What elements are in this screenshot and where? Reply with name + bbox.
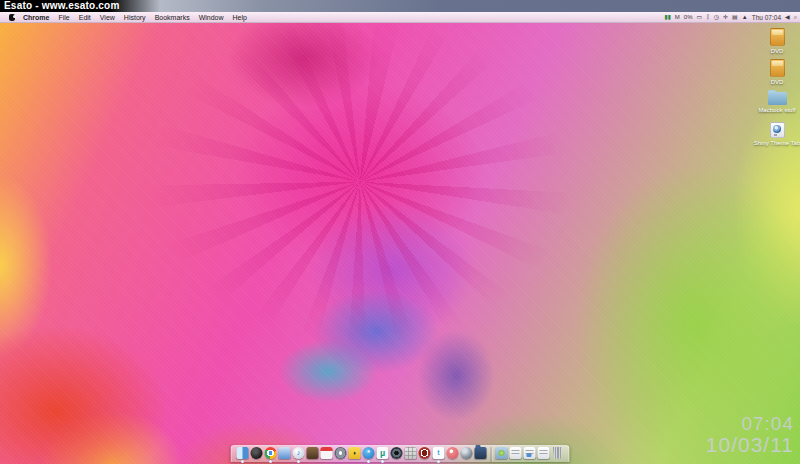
document-app-icon — [279, 447, 291, 459]
dashboard-icon — [251, 447, 263, 459]
desktop-icon-dvd-1[interactable]: DVD — [753, 28, 800, 55]
dock-icon-calculator[interactable] — [405, 447, 417, 462]
desktop-icon-label: DVD — [753, 48, 800, 55]
calendar-icon — [321, 447, 333, 459]
universal-access-icon[interactable]: ✛ — [723, 12, 728, 23]
dock-icon-calendar[interactable] — [321, 447, 333, 462]
trash-icon — [552, 447, 564, 459]
chrome-icon — [265, 447, 277, 459]
dock-icon-vuze[interactable]: * — [363, 447, 375, 462]
quicktime-icon — [335, 447, 347, 459]
running-indicator — [241, 460, 244, 463]
dock-stack-folder[interactable] — [496, 447, 508, 462]
battery-percent-label: 0% — [684, 12, 693, 23]
battery-icon[interactable]: ▭ — [697, 12, 703, 23]
dock-icon-applications-folder[interactable] — [475, 447, 487, 462]
globe-app-icon — [461, 447, 473, 459]
watermark-title: Esato - www.esato.com — [4, 0, 120, 11]
itunes-icon: ♪ — [293, 447, 305, 459]
dock: ♪ ◗ * µ t — [231, 445, 570, 462]
dock-icon-dashboard[interactable] — [251, 447, 263, 462]
disk-image-icon — [770, 122, 785, 138]
dock-stack-downloads[interactable] — [524, 447, 536, 462]
desktop-icon-disk-image[interactable]: Shiny Theme Tab — [753, 122, 800, 147]
dock-icon-textedit[interactable] — [279, 447, 291, 462]
dock-icon-globe[interactable] — [461, 447, 473, 462]
vuze-icon: * — [363, 447, 375, 459]
dock-icon-poker[interactable] — [419, 447, 431, 462]
dock-divider — [491, 447, 492, 462]
menu-edit[interactable]: Edit — [79, 14, 91, 21]
tie-dye-wallpaper — [0, 23, 800, 464]
dock-stack-documents[interactable] — [510, 447, 522, 462]
time-machine-icon[interactable]: ◷ — [714, 12, 719, 23]
running-indicator — [297, 460, 300, 463]
running-indicator — [367, 460, 370, 463]
wifi-icon[interactable]: ▲ — [742, 12, 748, 23]
menu-help[interactable]: Help — [233, 14, 247, 21]
volume-icon[interactable]: ◀ — [785, 12, 790, 23]
menubar-clock[interactable]: Thu 07:04 — [752, 14, 781, 21]
dock-icon-twitter[interactable]: t — [433, 447, 445, 462]
camera-lens-icon — [391, 447, 403, 459]
menu-bookmarks[interactable]: Bookmarks — [155, 14, 190, 21]
stack-folder-icon — [496, 447, 508, 459]
running-indicator — [381, 460, 384, 463]
dock-icon-camera-lens[interactable] — [391, 447, 403, 462]
desktop-icon-label: DVD — [753, 79, 800, 86]
dock-icon-trash[interactable] — [552, 447, 564, 462]
dock-icon-quicktime[interactable] — [335, 447, 347, 462]
watermark-bar: Esato - www.esato.com — [0, 0, 800, 12]
dock-icon-tweetie[interactable]: ◗ — [349, 447, 361, 462]
menu-app-chrome[interactable]: Chrome — [23, 14, 49, 21]
desktop-screen: Esato - www.esato.com Chrome File Edit V… — [0, 0, 800, 464]
twitter-icon: t — [433, 447, 445, 459]
yellow-bird-app-icon: ◗ — [349, 447, 361, 459]
desktop-icon-label: Shiny Theme Tab — [753, 140, 800, 147]
apple-menu-icon[interactable] — [9, 14, 15, 21]
calculator-icon — [405, 447, 417, 459]
dock-icon-utorrent[interactable]: µ — [377, 447, 389, 462]
folder-icon — [768, 92, 787, 105]
downloads-stack-icon — [524, 447, 536, 459]
desktop-icon-label: Macbook stuff — [753, 107, 800, 114]
menu-file[interactable]: File — [58, 14, 69, 21]
pink-circle-app-icon — [447, 447, 459, 459]
m-menu-icon[interactable]: M — [675, 12, 680, 23]
dock-icon-pink-app[interactable] — [447, 447, 459, 462]
desktop-icon-folder[interactable]: Macbook stuff — [753, 92, 800, 114]
finder-icon — [237, 447, 249, 459]
dock-icon-photos[interactable] — [307, 447, 319, 462]
dock-icon-chrome[interactable] — [265, 447, 277, 462]
menu-window[interactable]: Window — [199, 14, 224, 21]
input-menu-icon[interactable]: ▤ — [732, 12, 738, 23]
poker-chip-icon — [419, 447, 431, 459]
running-indicator — [437, 460, 440, 463]
bluetooth-icon[interactable]: ᛒ — [706, 12, 710, 23]
desktop-icon-dvd-2[interactable]: DVD — [753, 59, 800, 86]
photos-app-icon — [307, 447, 319, 459]
menu-status-area: ▮▮ M 0% ▭ ᛒ ◷ ✛ ▤ ▲ Thu 07:04 ◀ ⌕ — [664, 12, 797, 23]
dark-folder-icon — [475, 447, 487, 459]
dock-icon-itunes[interactable]: ♪ — [293, 447, 305, 462]
running-indicator — [269, 460, 272, 463]
spotlight-icon[interactable]: ⌕ — [794, 12, 797, 23]
menu-history[interactable]: History — [124, 14, 146, 21]
installer-box-icon — [770, 59, 785, 77]
dock-icon-finder[interactable] — [237, 447, 249, 462]
menu-bar: Chrome File Edit View History Bookmarks … — [0, 12, 800, 23]
documents-stack-icon — [510, 447, 522, 459]
istat-cpu-icon[interactable]: ▮▮ — [664, 12, 671, 23]
dock-stack-misc[interactable] — [538, 447, 550, 462]
installer-box-icon — [770, 28, 785, 46]
misc-stack-icon — [538, 447, 550, 459]
utorrent-icon: µ — [377, 447, 389, 459]
menu-view[interactable]: View — [100, 14, 115, 21]
